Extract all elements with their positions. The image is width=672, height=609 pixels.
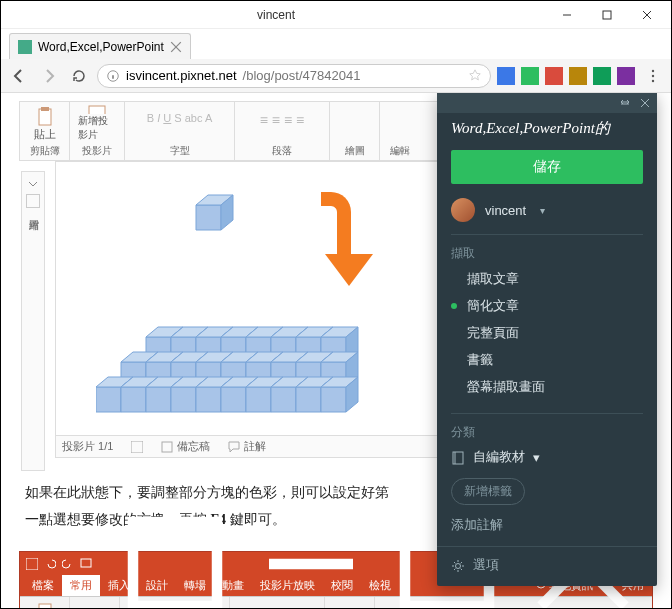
svg-marker-79 — [121, 387, 146, 412]
ppt-tab-view[interactable]: 檢視 — [361, 575, 399, 596]
status-notes: 備忘稿 — [161, 439, 210, 454]
svg-rect-15 — [617, 67, 635, 85]
ppt-tab-animations[interactable]: 動畫 — [214, 575, 252, 596]
clipper-close-icon[interactable] — [639, 97, 651, 109]
svg-rect-12 — [545, 67, 563, 85]
article-line1: 如果在此狀態下，要調整部分方塊的色彩，則可以設定好第 — [25, 485, 389, 500]
ext-icon-4[interactable] — [569, 67, 587, 85]
bookmark-star-icon[interactable] — [468, 69, 482, 83]
svg-point-18 — [652, 79, 654, 81]
clipper-item-screenshot[interactable]: 螢幕擷取畫面 — [437, 374, 657, 401]
group-slides: 投影片 — [82, 144, 112, 158]
address-field[interactable]: isvincent.pixnet.net/blog/post/47842041 — [97, 64, 491, 88]
tab-title: Word,Excel,PowerPoint — [38, 40, 164, 54]
clipper-item-simplified[interactable]: 簡化文章 — [437, 293, 657, 320]
nav-back-button[interactable] — [7, 64, 31, 88]
clipper-options-row[interactable]: 選項 — [437, 546, 657, 586]
paste-icon — [35, 107, 55, 127]
svg-marker-85 — [171, 387, 196, 412]
nav-reload-button[interactable] — [67, 64, 91, 88]
ppt-tab-file[interactable]: 檔案 — [24, 575, 62, 596]
svg-marker-88 — [196, 387, 221, 412]
site-info-icon[interactable] — [106, 69, 120, 83]
svg-point-127 — [456, 563, 461, 568]
window-titlebar: vincent — [1, 1, 671, 29]
svg-marker-22 — [196, 205, 221, 230]
svg-rect-107 — [162, 442, 172, 452]
nav-forward-button[interactable] — [37, 64, 61, 88]
ppt-start-icon — [80, 558, 92, 570]
chevron-icon — [27, 178, 39, 190]
chevron-down-icon: ▾ — [533, 450, 540, 465]
ppt-tab-home[interactable]: 常用 — [62, 575, 100, 596]
new-slide-icon — [87, 104, 107, 114]
ext-icon-1[interactable] — [497, 67, 515, 85]
clipper-section-category: 分類 — [437, 418, 657, 443]
svg-marker-97 — [271, 387, 296, 412]
window-maximize[interactable] — [587, 3, 627, 27]
ppt-redo-icon — [62, 558, 74, 570]
user-avatar — [451, 198, 475, 222]
ppt-tab-insert[interactable]: 插入 — [100, 575, 138, 596]
chevron-down-icon: ▾ — [540, 205, 545, 216]
clipper-item-article[interactable]: 擷取文章 — [437, 266, 657, 293]
svg-rect-10 — [497, 67, 515, 85]
clipper-tag-input[interactable]: 新增標籤 — [451, 478, 525, 505]
url-path: /blog/post/47842041 — [243, 68, 361, 83]
clipper-username: vincent — [485, 203, 526, 218]
cube-single — [186, 190, 246, 240]
url-host: isvincent.pixnet.net — [126, 68, 237, 83]
slide-counter: 投影片 1/1 — [62, 439, 113, 454]
clipper-annotate-link[interactable]: 添加註解 — [437, 511, 657, 540]
evernote-clipper-panel: Word,Excel,PowerPoint的 儲存 vincent ▾ 擷取 擷… — [437, 93, 657, 586]
ext-icon-onenote[interactable] — [617, 67, 635, 85]
tab-favicon-icon — [18, 40, 32, 54]
tab-close-icon[interactable] — [170, 41, 182, 53]
notebook-icon — [451, 451, 465, 465]
svg-rect-19 — [39, 109, 51, 125]
svg-point-16 — [652, 69, 654, 71]
ppt-tab-transitions[interactable]: 轉場 — [176, 575, 214, 596]
svg-marker-103 — [321, 387, 346, 412]
ppt-tab-review[interactable]: 校閱 — [323, 575, 361, 596]
clipper-item-bookmark[interactable]: 書籤 — [437, 347, 657, 374]
ext-icon-3[interactable] — [545, 67, 563, 85]
group-edit: 編輯 — [390, 144, 410, 158]
svg-rect-13 — [569, 67, 587, 85]
page-viewport: 貼上 剪貼簿 新增投影片 投影片 B I U S abc A 字型 ≡ ≡ ≡ … — [1, 93, 671, 608]
browser-menu-button[interactable] — [641, 64, 665, 88]
svg-marker-76 — [96, 387, 121, 412]
group-clipboard: 剪貼簿 — [30, 144, 60, 158]
browser-tab[interactable]: Word,Excel,PowerPoint — [9, 33, 191, 59]
clipper-save-button[interactable]: 儲存 — [451, 150, 643, 184]
new-slide-label: 新增投影片 — [78, 114, 116, 142]
group-draw: 繪圖 — [345, 144, 365, 158]
clipper-notebook-row[interactable]: 自編教材 ▾ — [437, 443, 657, 472]
window-close[interactable] — [627, 3, 667, 27]
ext-icon-5[interactable] — [593, 67, 611, 85]
clipper-section-capture: 擷取 — [437, 239, 657, 264]
ppt-tab-design[interactable]: 設計 — [138, 575, 176, 596]
ppt-tab-slideshow[interactable]: 投影片放映 — [252, 575, 323, 596]
extension-icons — [497, 67, 635, 85]
svg-rect-113 — [26, 558, 38, 570]
ext-icon-evernote[interactable] — [521, 67, 539, 85]
svg-marker-100 — [296, 387, 321, 412]
comments-icon — [228, 441, 240, 453]
group-paragraph: 段落 — [272, 144, 292, 158]
group-font: 字型 — [170, 144, 190, 158]
browser-tabstrip: Word,Excel,PowerPoint — [1, 29, 671, 59]
svg-rect-114 — [81, 559, 91, 567]
svg-rect-106 — [131, 441, 143, 453]
gear-icon — [451, 559, 465, 573]
clipper-item-fullpage[interactable]: 完整頁面 — [437, 320, 657, 347]
clipper-expand-icon[interactable] — [619, 97, 631, 109]
paste-label: 貼上 — [34, 127, 56, 142]
clipper-user-row[interactable]: vincent ▾ — [451, 198, 643, 222]
window-minimize[interactable] — [547, 3, 587, 27]
clipper-notebook-name: 自編教材 — [473, 449, 525, 466]
svg-marker-91 — [221, 387, 246, 412]
notes-icon — [161, 441, 173, 453]
clipper-options-label: 選項 — [473, 557, 499, 574]
svg-rect-20 — [41, 107, 49, 111]
